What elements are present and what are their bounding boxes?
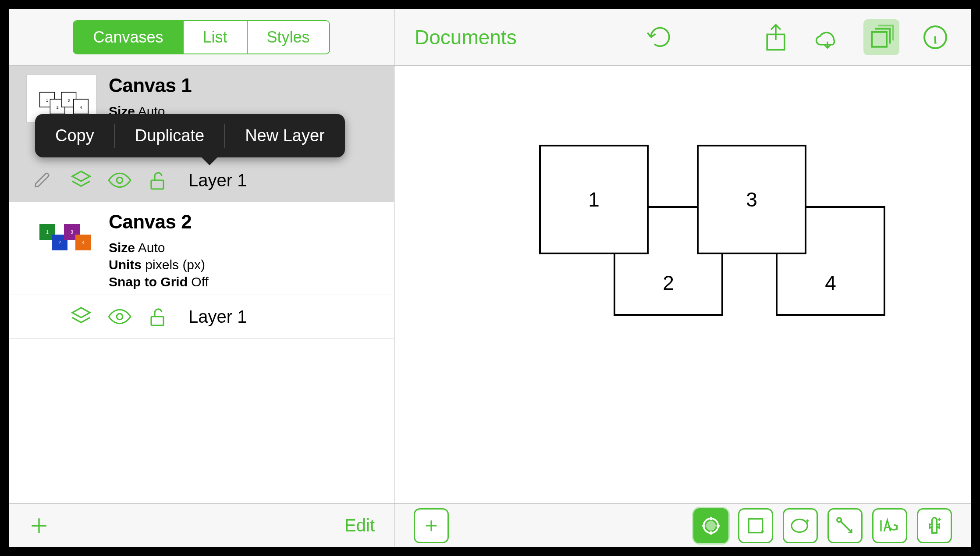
svg-text:1: 1 xyxy=(46,98,48,103)
tab-canvases[interactable]: Canvases xyxy=(74,21,182,53)
shape-label: 3 xyxy=(746,188,757,211)
rectangle-tool[interactable] xyxy=(738,508,773,543)
layers-icon[interactable] xyxy=(69,305,93,328)
text-tool[interactable] xyxy=(872,508,907,543)
unlock-icon[interactable] xyxy=(146,168,170,192)
canvas-area[interactable]: 1 2 3 4 xyxy=(394,66,971,503)
sidebar-bottom-bar: Edit xyxy=(9,503,394,547)
eye-icon[interactable] xyxy=(108,305,131,328)
eye-icon[interactable] xyxy=(108,168,131,192)
pencil-icon[interactable] xyxy=(31,168,54,192)
svg-text:3: 3 xyxy=(71,230,73,235)
context-duplicate[interactable]: Duplicate xyxy=(115,114,224,157)
svg-rect-25 xyxy=(749,519,763,533)
svg-point-18 xyxy=(117,314,123,320)
svg-rect-9 xyxy=(151,180,163,189)
svg-text:3: 3 xyxy=(67,98,70,103)
shape-rect[interactable]: 3 xyxy=(697,145,806,254)
documents-button[interactable]: Documents xyxy=(415,25,517,49)
svg-text:4: 4 xyxy=(82,240,85,245)
shape-label: 1 xyxy=(588,188,600,211)
svg-point-27 xyxy=(837,517,842,522)
segmented-control: Canvases List Styles xyxy=(73,20,330,54)
context-copy[interactable]: Copy xyxy=(35,114,114,157)
share-icon[interactable] xyxy=(760,21,792,53)
svg-rect-19 xyxy=(151,317,163,325)
layer-name: Layer 1 xyxy=(188,171,247,190)
canvas-meta: Canvas 2 Size Auto Units pixels (px) Sna… xyxy=(109,211,383,290)
line-tool[interactable] xyxy=(827,508,863,543)
add-button[interactable] xyxy=(28,515,50,537)
shape-label: 4 xyxy=(825,271,836,295)
sync-icon[interactable] xyxy=(812,21,843,53)
canvas-thumbnail: 1 2 3 4 xyxy=(26,211,96,259)
svg-text:2: 2 xyxy=(58,240,61,245)
context-menu: Copy Duplicate New Layer xyxy=(35,114,345,157)
canvas-title: Canvas 1 xyxy=(109,75,383,96)
top-toolbar: Documents xyxy=(394,9,971,66)
context-new-layer[interactable]: New Layer xyxy=(225,114,345,157)
tab-styles[interactable]: Styles xyxy=(247,21,329,53)
layers-icon[interactable] xyxy=(69,168,93,192)
stack-icon[interactable] xyxy=(863,19,899,55)
svg-text:2: 2 xyxy=(57,105,59,110)
layer-name: Layer 1 xyxy=(188,307,247,327)
shape-label: 2 xyxy=(663,271,674,295)
sidebar-tabs-bar: Canvases List Styles xyxy=(9,9,394,66)
sidebar: Canvases List Styles 1 2 xyxy=(9,9,394,547)
undo-icon[interactable] xyxy=(644,21,676,53)
info-icon[interactable] xyxy=(920,21,951,53)
canvas-title: Canvas 2 xyxy=(109,211,383,233)
svg-text:4: 4 xyxy=(80,105,82,110)
svg-point-23 xyxy=(707,521,715,529)
svg-text:1: 1 xyxy=(46,230,49,235)
bottom-toolbar xyxy=(394,503,971,547)
ellipse-tool[interactable] xyxy=(783,508,818,543)
svg-point-8 xyxy=(117,177,123,183)
freehand-tool[interactable] xyxy=(917,508,952,543)
selection-tool[interactable] xyxy=(693,508,728,543)
main-panel: Documents 1 2 3 4 xyxy=(394,9,971,547)
svg-point-26 xyxy=(792,519,807,532)
tab-list[interactable]: List xyxy=(183,21,247,53)
svg-rect-21 xyxy=(872,32,887,46)
edit-button[interactable]: Edit xyxy=(344,516,375,535)
shape-rect[interactable]: 1 xyxy=(539,145,649,254)
add-shape-button[interactable] xyxy=(414,508,449,543)
layer-row[interactable]: Layer 1 xyxy=(9,295,394,339)
unlock-icon[interactable] xyxy=(146,305,170,328)
canvas-item[interactable]: 1 2 3 4 Canvas 2 Size Auto Units pixels … xyxy=(9,202,394,339)
